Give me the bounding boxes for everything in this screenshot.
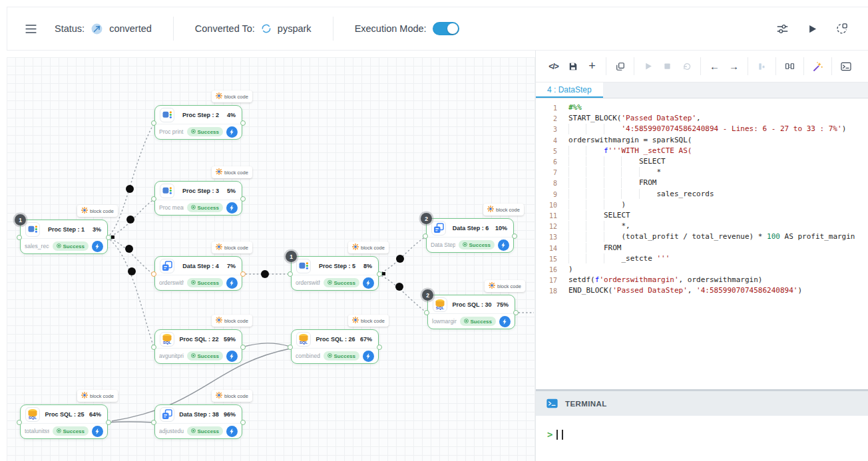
graph-node-2[interactable]: block codeProc Step : 24%Proc printSucce… (154, 105, 242, 140)
edge-waypoint-dot[interactable] (396, 255, 404, 263)
copy-icon[interactable] (611, 57, 629, 75)
node-action-button[interactable] (499, 316, 511, 327)
node-card: SQLProc SQL : 3075%lowmarginor...Success (427, 295, 515, 329)
graph-node-1[interactable]: 1block codeProc Step : 13%sales_recordsS… (20, 220, 108, 254)
tab-datastep[interactable]: 4 : DataStep (536, 82, 603, 98)
node-percentage: 8% (363, 263, 373, 269)
graph-node-6[interactable]: 2block codeData Step : 610%Data StepSucc… (426, 218, 514, 253)
stop-icon[interactable] (658, 57, 676, 75)
output-port[interactable] (377, 345, 382, 350)
edge-waypoint-dot[interactable] (128, 267, 136, 275)
block-code-label: block code (224, 393, 248, 399)
pipeline-canvas[interactable]: 1block codeProc Step : 13%sales_recordsS… (7, 57, 535, 461)
node-action-button[interactable] (226, 202, 238, 214)
block-code-chip[interactable]: block code (212, 241, 252, 253)
terminal-input[interactable]: > (536, 418, 868, 461)
code-line: 5 f'''WITH _setCTE AS( (536, 146, 868, 156)
graph-node-38[interactable]: block codeData Step : 3896%adjustedunit.… (154, 404, 242, 439)
output-port[interactable] (240, 120, 246, 126)
block-code-chip[interactable]: block code (77, 390, 118, 402)
terminal-header[interactable]: TERMINAL (536, 389, 868, 416)
edge-waypoint-dot[interactable] (126, 185, 134, 193)
block-code-chip[interactable]: block code (77, 205, 118, 217)
graph-node-3[interactable]: block codeProc Step : 35%Proc meansSucce… (154, 181, 242, 216)
play-icon[interactable] (639, 57, 657, 75)
swap-icon[interactable] (781, 57, 799, 75)
arrow-right-icon[interactable]: → (725, 57, 743, 75)
toolbar-separator (634, 57, 634, 75)
refresh-icon[interactable] (678, 57, 696, 75)
output-port[interactable] (240, 196, 246, 202)
output-port[interactable] (512, 233, 517, 239)
terminal-icon[interactable] (837, 57, 855, 75)
editor-toolbar: </>+←→ (536, 51, 868, 82)
node-action-button[interactable] (226, 126, 238, 138)
output-port[interactable] (240, 271, 246, 277)
screens-icon[interactable] (836, 23, 848, 35)
node-action-button[interactable] (92, 241, 103, 252)
save-icon[interactable] (564, 57, 582, 75)
input-port[interactable] (17, 420, 22, 425)
graph-node-30[interactable]: 2block codeSQLProc SQL : 3075%lowmargino… (427, 295, 515, 329)
edge-waypoint-dot[interactable] (126, 216, 134, 224)
code-token: 'Passed DataStep' (612, 285, 688, 296)
block-code-chip[interactable]: block code (212, 90, 252, 102)
node-action-button[interactable] (226, 277, 238, 289)
output-port[interactable] (377, 271, 382, 277)
edge-waypoint-dot[interactable] (125, 245, 133, 253)
graph-node-25[interactable]: block codeSQLProc SQL : 2564%totalunitss… (20, 404, 108, 439)
block-code-chip[interactable]: block code (212, 390, 252, 402)
success-label: Success (198, 280, 219, 286)
input-port[interactable] (151, 420, 156, 425)
input-port[interactable] (151, 196, 156, 202)
tune-icon[interactable] (776, 23, 789, 35)
block-code-chip[interactable]: block code (483, 204, 524, 216)
output-port[interactable] (106, 420, 111, 425)
pipeline-edge (107, 237, 154, 347)
block-code-chip[interactable]: block code (212, 166, 252, 178)
wand-icon[interactable] (809, 57, 827, 75)
output-port[interactable] (513, 310, 519, 315)
status-badge-success: Success (459, 240, 495, 249)
block-code-chip[interactable]: block code (348, 241, 389, 253)
code-icon[interactable]: </> (544, 57, 562, 75)
input-port[interactable] (424, 310, 429, 315)
proc-step-icon (25, 222, 40, 237)
output-port[interactable] (240, 420, 246, 425)
input-port[interactable] (288, 345, 293, 350)
output-port[interactable] (106, 235, 111, 240)
input-port[interactable] (17, 235, 22, 240)
input-port[interactable] (288, 271, 293, 277)
node-card: SQLProc SQL : 2667%combinedm...Success (291, 329, 379, 364)
input-port[interactable] (151, 271, 156, 277)
input-port[interactable] (151, 120, 156, 126)
arrow-left-icon[interactable]: ← (706, 57, 724, 75)
format-icon[interactable] (753, 57, 771, 75)
svg-text:SQL: SQL (29, 416, 37, 420)
run-icon[interactable] (807, 24, 817, 34)
node-action-button[interactable] (363, 277, 374, 289)
node-action-button[interactable] (226, 351, 238, 362)
edge-waypoint-dot[interactable] (395, 283, 403, 291)
block-code-chip[interactable]: block code (348, 315, 389, 327)
node-title: Proc SQL : 30 (447, 301, 497, 308)
graph-node-5[interactable]: 1block codeProc Step : 58%orderswith...S… (291, 256, 379, 291)
edge-waypoint-dot[interactable] (261, 270, 269, 278)
graph-node-26[interactable]: block codeSQLProc SQL : 2667%combinedm..… (291, 329, 379, 364)
plus-icon[interactable]: + (583, 57, 601, 75)
block-code-chip[interactable]: block code (485, 280, 525, 292)
node-action-button[interactable] (92, 426, 103, 437)
code-editor[interactable]: 1#%%2START_BLOCK('Passed DataStep',3 '4:… (536, 99, 868, 387)
svg-text:SQL: SQL (300, 341, 308, 345)
graph-node-4[interactable]: block codeData Step : 47%orderswith...Su… (154, 256, 242, 291)
input-port[interactable] (423, 233, 428, 239)
output-port[interactable] (240, 345, 246, 350)
node-action-button[interactable] (226, 426, 238, 437)
block-code-chip[interactable]: block code (212, 315, 252, 327)
execution-mode-toggle[interactable] (433, 22, 459, 35)
menu-icon[interactable] (25, 24, 37, 34)
graph-node-22[interactable]: block codeSQLProc SQL : 2259%avgunitpric… (154, 329, 242, 364)
node-action-button[interactable] (363, 351, 374, 362)
input-port[interactable] (151, 345, 156, 350)
node-action-button[interactable] (498, 239, 509, 251)
